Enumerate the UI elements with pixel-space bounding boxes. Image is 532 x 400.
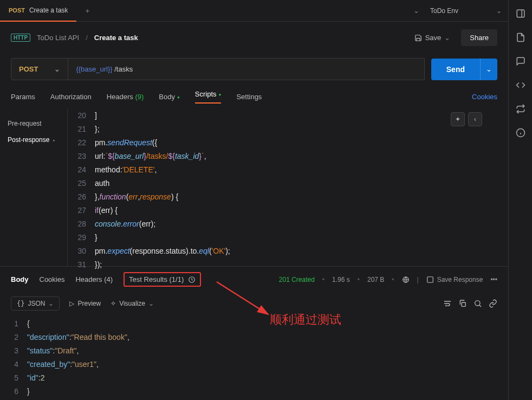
breadcrumb-request: Create a task xyxy=(94,34,138,42)
copy-icon[interactable] xyxy=(458,299,467,308)
cookies-link[interactable]: Cookies xyxy=(472,93,497,101)
sidebar-item-postresponse[interactable]: Post-response xyxy=(0,132,67,148)
status-code: 201 Created xyxy=(279,276,315,283)
sidebar-item-prerequest[interactable]: Pre-request xyxy=(0,115,67,132)
tab-authorization[interactable]: Authorization xyxy=(50,93,92,101)
response-tab-body[interactable]: Body xyxy=(11,275,29,283)
tab-settings[interactable]: Settings xyxy=(236,93,262,101)
visualize-button[interactable]: ✧Visualize⌄ xyxy=(111,300,154,307)
chevron-down-icon: ⌄ xyxy=(496,7,502,15)
tab-scripts[interactable]: Scripts xyxy=(195,90,222,104)
play-icon: ▷ xyxy=(69,300,74,307)
response-body[interactable]: 1{ 2 "description": "Read this book", 3 … xyxy=(0,315,508,400)
search-icon[interactable] xyxy=(473,299,482,308)
save-response-button[interactable]: Save Response xyxy=(426,276,483,283)
code-editor[interactable]: ✦ ‹ 20 ] 21}; 22pm.sendRequest({ 23 url:… xyxy=(68,109,508,266)
sidebar-toggle-icon[interactable] xyxy=(516,9,525,18)
response-tab-testresults[interactable]: Test Results (1/1) xyxy=(124,272,201,287)
save-label: Save xyxy=(425,34,442,42)
environment-selector[interactable]: ToDo Env ⌄ xyxy=(430,7,502,15)
breadcrumb-collection[interactable]: ToDo List API xyxy=(37,34,79,42)
ai-assist-button[interactable]: ✦ xyxy=(451,112,465,126)
info-icon[interactable] xyxy=(516,128,525,138)
body-format-selector[interactable]: {} JSON ⌄ xyxy=(11,296,60,311)
response-time: 1.96 s xyxy=(332,276,350,283)
url-variable: {{base_url}} xyxy=(76,65,112,73)
svg-rect-3 xyxy=(462,302,465,306)
add-tab-button[interactable]: ＋ xyxy=(76,6,98,16)
svg-rect-6 xyxy=(517,10,524,17)
save-icon xyxy=(414,34,422,42)
method-selector[interactable]: POST ⌄ xyxy=(11,58,68,80)
http-badge-icon: HTTP xyxy=(11,34,30,42)
response-tab-headers[interactable]: Headers (4) xyxy=(75,275,113,283)
chevron-down-icon: ⌄ xyxy=(54,65,60,73)
environment-name: ToDo Env xyxy=(430,7,458,15)
response-size: 207 B xyxy=(367,276,384,283)
link-icon[interactable] xyxy=(489,299,497,308)
sparkle-icon: ✧ xyxy=(111,300,116,307)
chevron-down-icon[interactable]: ⌄ xyxy=(413,7,419,15)
method-value: POST xyxy=(19,65,38,73)
response-tab-cookies[interactable]: Cookies xyxy=(40,275,65,283)
tab-body[interactable]: Body xyxy=(159,93,179,101)
comments-icon[interactable] xyxy=(516,56,525,66)
editor-collapse-button[interactable]: ‹ xyxy=(468,112,482,126)
svg-line-5 xyxy=(479,305,481,307)
request-tab[interactable]: POST Create a task xyxy=(0,0,76,22)
tab-method-badge: POST xyxy=(9,7,25,14)
preview-button[interactable]: ▷Preview xyxy=(69,300,101,307)
related-icon[interactable] xyxy=(516,104,525,114)
chevron-down-icon: ⌄ xyxy=(444,34,450,42)
wrap-icon[interactable] xyxy=(443,299,452,308)
code-icon[interactable] xyxy=(516,80,525,90)
globe-icon[interactable] xyxy=(402,276,410,283)
svg-point-4 xyxy=(475,301,480,306)
tab-headers[interactable]: Headers (9) xyxy=(107,93,144,101)
test-results-label: Test Results (1/1) xyxy=(129,275,184,283)
annotation-text: 顺利通过测试 xyxy=(270,312,341,328)
share-button[interactable]: Share xyxy=(461,29,497,46)
documentation-icon[interactable] xyxy=(516,33,525,42)
url-input[interactable]: {{base_url}} /tasks xyxy=(68,58,424,80)
send-button[interactable]: Send xyxy=(431,59,480,80)
breadcrumb-separator: / xyxy=(86,34,88,42)
tab-params[interactable]: Params xyxy=(11,93,35,101)
tab-title: Create a task xyxy=(29,7,68,14)
more-icon[interactable]: ••• xyxy=(490,276,497,283)
svg-rect-2 xyxy=(427,276,433,282)
save-button[interactable]: Save ⌄ xyxy=(409,30,456,45)
save-icon xyxy=(426,276,434,283)
url-path: /tasks xyxy=(113,65,133,73)
history-icon xyxy=(188,276,196,283)
send-options-button[interactable]: ⌄ xyxy=(480,59,497,80)
